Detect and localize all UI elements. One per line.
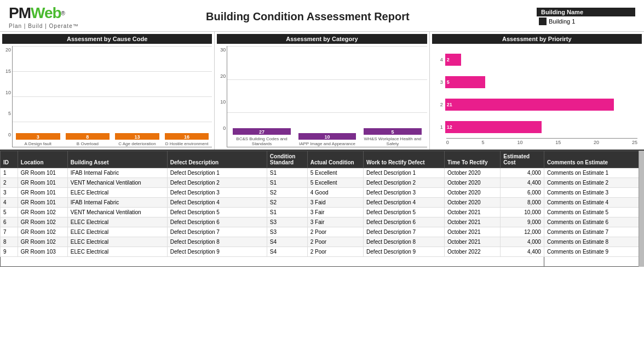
logo-reg: ® xyxy=(61,10,65,16)
table-cell: Comments on Estimate 1 xyxy=(544,168,643,178)
table-cell: Defect Description 9 xyxy=(364,247,445,257)
table-cell: Comments on Estimate 8 xyxy=(544,237,643,247)
data-table: ID Location Building Asset Defect Descri… xyxy=(0,151,644,267)
hbar-y-label: 3 xyxy=(436,79,443,85)
table-cell: October 2020 xyxy=(444,188,500,198)
table-cell: Comments on Estimate 4 xyxy=(544,198,643,208)
cause-code-bar-chart: 20 15 10 5 0 3 xyxy=(2,46,212,147)
table-cell: 10,000 xyxy=(501,208,544,217)
table-cell: October 2021 xyxy=(444,237,500,247)
table-row: 8GR Room 102ELEC ElectricalDefect Descri… xyxy=(1,237,644,247)
hbar-value: 5 xyxy=(447,79,450,85)
table-row: 3GR Room 101ELEC ElectricalDefect Descri… xyxy=(1,188,644,198)
table-cell: October 2022 xyxy=(444,247,500,257)
table-cell: S4 xyxy=(267,237,307,247)
th-location: Location xyxy=(18,151,67,168)
table-cell: 5 Excellent xyxy=(307,178,363,188)
y-label: 30 xyxy=(217,47,226,53)
data-table-container: ID Location Building Asset Defect Descri… xyxy=(0,150,644,267)
hbar-y-label: 4 xyxy=(436,57,443,62)
table-cell: Comments on Estimate 3 xyxy=(544,188,643,198)
y-label: 20 xyxy=(217,73,226,79)
building-legend-item: Building 1 xyxy=(537,16,577,26)
logo-web: Web xyxy=(31,4,61,22)
table-cell: Defect Description 8 xyxy=(167,237,267,247)
table-cell: 4 xyxy=(1,198,18,208)
y-label: 20 xyxy=(2,47,11,53)
chart-category: Assessment by Category 30 20 10 0 xyxy=(215,32,429,150)
table-cell: Defect Description 3 xyxy=(167,188,267,198)
table-cell: 3 xyxy=(1,188,18,198)
table-cell: Defect Description 4 xyxy=(364,198,445,208)
table-cell: 5 xyxy=(1,208,18,217)
table-cell: 4 Good xyxy=(307,188,363,198)
table-cell: Defect Description 6 xyxy=(167,217,267,227)
report-title: Building Condition Assessment Report xyxy=(79,10,537,23)
chart-priority-title: Assessment by Priorirty xyxy=(432,34,642,44)
table-cell: 12,000 xyxy=(501,227,544,237)
bar-group: 10 IAPP Image and Appearance xyxy=(298,133,356,147)
table-cell: 6,000 xyxy=(501,188,544,198)
table-cell: 4,400 xyxy=(501,178,544,188)
chart-cause-code-title: Assessment by Cause Code xyxy=(2,34,212,44)
table-cell: S1 xyxy=(267,178,307,188)
x-axis-labels: 0 5 10 15 20 25 xyxy=(446,138,637,145)
table-cell: 2 Poor xyxy=(307,227,363,237)
table-cell: VENT Mechanical Ventilation xyxy=(67,178,167,188)
table-cell: Comments on Estimate 2 xyxy=(544,178,643,188)
logo-pm: PM xyxy=(9,4,31,22)
chart-category-title: Assessment by Category xyxy=(217,34,427,44)
hbar-row: 1 12 xyxy=(436,121,637,133)
bar-group: 5 WH&S Workplace Health and Safety xyxy=(364,128,421,147)
table-cell: Defect Description 3 xyxy=(364,188,445,198)
table-cell: 2 Poor xyxy=(307,247,363,257)
table-cell: IFAB Internal Fabric xyxy=(67,168,167,178)
x-label: 0 xyxy=(446,140,449,145)
table-cell: 4,000 xyxy=(501,237,544,247)
table-cell: 8 xyxy=(1,237,18,247)
logo-tagline: Plan | Build | Operate™ xyxy=(9,23,79,29)
hbar: 21 xyxy=(445,99,614,111)
table-cell: ELEC Electrical xyxy=(67,188,167,198)
table-cell: Defect Description 8 xyxy=(364,237,445,247)
th-condition-standard: Condition Standard xyxy=(267,151,307,168)
table-row: 2GR Room 101VENT Mechanical VentilationD… xyxy=(1,178,644,188)
hbar-y-label: 2 xyxy=(436,102,443,107)
category-bar-chart: 30 20 10 0 27 BC&S Building Codes a xyxy=(217,46,427,147)
hbar: 2 xyxy=(445,54,461,66)
table-cell: S4 xyxy=(267,247,307,257)
hbar-y-label: 1 xyxy=(436,124,443,130)
y-label: 15 xyxy=(2,68,11,74)
scrollbar[interactable] xyxy=(639,151,644,267)
table-cell: 7 xyxy=(1,227,18,237)
table-cell: 5 Excellent xyxy=(307,168,363,178)
legend-color-box xyxy=(539,18,547,25)
table-row: 6GR Room 102ELEC ElectricalDefect Descri… xyxy=(1,217,644,227)
table-row: 7GR Room 102ELEC ElectricalDefect Descri… xyxy=(1,227,644,237)
y-label: 0 xyxy=(217,125,226,131)
th-asset: Building Asset xyxy=(67,151,167,168)
bar-label: C Age deterioration xyxy=(118,141,156,147)
bar-label: WH&S Workplace Health and Safety xyxy=(364,136,421,147)
table-cell: October 2021 xyxy=(444,227,500,237)
table-cell: 8,000 xyxy=(501,198,544,208)
building-name: Building 1 xyxy=(549,18,575,25)
table-cell: October 2021 xyxy=(444,208,500,217)
table-cell: GR Room 102 xyxy=(18,237,67,247)
table-cell: S1 xyxy=(267,208,307,217)
hbar-row: 2 21 xyxy=(436,99,637,111)
x-label: 10 xyxy=(517,140,522,145)
bar-label: BC&S Building Codes and Standards xyxy=(233,136,290,147)
table-cell: 9,000 xyxy=(501,217,544,227)
table-wrapper: ID Location Building Asset Defect Descri… xyxy=(0,151,644,267)
th-comments: Comments on Estimate xyxy=(544,151,643,168)
table-cell: S1 xyxy=(267,168,307,178)
bar-label: IAPP Image and Appearance xyxy=(299,141,355,147)
x-label: 25 xyxy=(632,140,637,145)
bar-value: 5 xyxy=(391,129,394,135)
table-cell: Defect Description 7 xyxy=(364,227,445,237)
table-cell: Defect Description 2 xyxy=(167,178,267,188)
table-cell: Comments on Estimate 6 xyxy=(544,217,643,227)
table-cell: October 2020 xyxy=(444,168,500,178)
total-label: Total xyxy=(1,257,544,267)
